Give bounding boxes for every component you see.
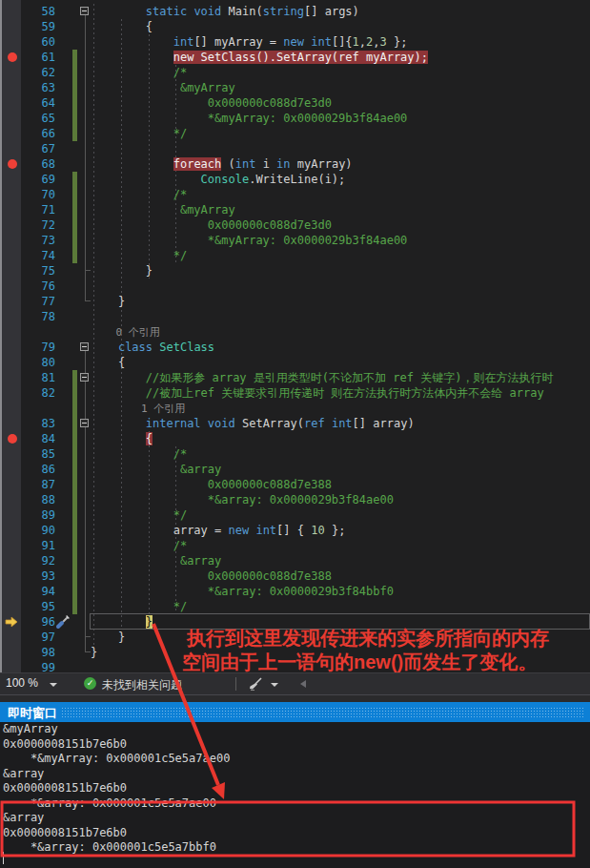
line-number: 64: [23, 95, 55, 111]
fold-collapse-icon[interactable]: [80, 373, 89, 382]
annotation-text-line1: 执行到这里发现传进来的实参所指向的内存: [187, 628, 549, 650]
line-number: 70: [23, 187, 55, 202]
code-line[interactable]: 59 {: [0, 19, 590, 34]
code-editor[interactable]: 58 static void Main(string[] args)59 {60…: [0, 0, 590, 672]
code-line[interactable]: 58 static void Main(string[] args): [0, 4, 590, 19]
code-line[interactable]: 93 0x000000c088d7e388: [0, 568, 590, 584]
breakpoint-dot-icon[interactable]: [8, 434, 17, 444]
code-line[interactable]: 95 */: [0, 599, 590, 614]
screwdriver-icon: [55, 614, 71, 630]
code-line[interactable]: 69 Console.WriteLine(i);: [0, 172, 590, 187]
breakpoint-dot-icon[interactable]: [8, 52, 17, 62]
code-line[interactable]: 66 */: [0, 126, 590, 141]
change-tracking-bar: [72, 50, 77, 65]
line-number: 72: [23, 217, 55, 233]
change-tracking-bar: [72, 385, 77, 401]
code-text: }: [91, 614, 153, 630]
code-lines[interactable]: 58 static void Main(string[] args)59 {60…: [0, 4, 590, 672]
code-line[interactable]: 83 internal void SetArray(ref int[] arra…: [0, 416, 590, 431]
triangle-left-icon[interactable]: [300, 680, 306, 688]
code-line[interactable]: 89 */: [0, 507, 590, 523]
code-line[interactable]: 80 {: [0, 355, 590, 370]
zoom-level-dropdown[interactable]: 100 %: [6, 676, 38, 690]
immediate-window[interactable]: 即时窗口 &myArray0x0000008151b7e6b0 *&myArra…: [0, 702, 590, 868]
change-tracking-bar: [72, 95, 77, 111]
code-line[interactable]: 81 //如果形参 array 是引用类型时(不论加不加 ref 关键字)，则在…: [0, 370, 590, 385]
line-number: 90: [23, 523, 55, 538]
line-number: 89: [23, 507, 55, 523]
code-line[interactable]: 78: [0, 309, 590, 324]
code-line[interactable]: 91 /*: [0, 538, 590, 553]
code-line[interactable]: 1 个引用: [0, 401, 590, 416]
code-line[interactable]: 76: [0, 279, 590, 294]
change-tracking-bar: [72, 599, 77, 614]
code-text: //被加上ref 关键要求引用传递时 则在方法执行时方法体内并不会给 array: [91, 385, 544, 401]
immediate-row: *&myArray: 0x000001c5e5a7ae00: [3, 752, 230, 766]
code-line[interactable]: 62 /*: [0, 65, 590, 80]
code-line[interactable]: 82 //被加上ref 关键要求引用传递时 则在方法执行时方法体内并不会给 ar…: [0, 385, 590, 401]
code-line[interactable]: 87 0x000000c088d7e388: [0, 477, 590, 492]
line-number: 83: [23, 416, 55, 431]
code-text: *&array: 0x0000029b3f84ae00: [91, 492, 394, 507]
document-health-text[interactable]: 未找到相关问题: [102, 677, 182, 693]
line-number: 61: [23, 50, 55, 65]
code-text: &myArray: [91, 202, 235, 217]
code-line[interactable]: 85 /*: [0, 446, 590, 462]
change-tracking-bar: [72, 202, 77, 217]
code-line[interactable]: 67: [0, 141, 590, 156]
yellow-arrow-icon: [5, 616, 18, 628]
code-line[interactable]: 65 *&myArray: 0x0000029b3f84ae00: [0, 111, 590, 126]
code-text: new SetClass().SetArray(ref myArray);: [91, 50, 428, 65]
code-text: */: [91, 126, 187, 141]
change-tracking-bar: [72, 462, 77, 477]
code-line[interactable]: 63 &myArray: [0, 80, 590, 95]
change-tracking-bar: [72, 538, 77, 553]
code-text: */: [91, 507, 187, 523]
code-line[interactable]: 70 /*: [0, 187, 590, 202]
code-line[interactable]: 86 &array: [0, 462, 590, 477]
line-number: 77: [23, 294, 55, 309]
pane-splitter[interactable]: [0, 694, 590, 702]
breakpoint-dot-icon[interactable]: [8, 159, 17, 169]
broom-icon[interactable]: [247, 676, 264, 692]
line-number: 78: [23, 309, 55, 324]
line-number: [23, 324, 55, 340]
code-line[interactable]: 94 *&array: 0x0000029b3f84bbf0: [0, 584, 590, 599]
chevron-down-icon[interactable]: [271, 683, 278, 687]
code-line[interactable]: 68 foreach (int i in myArray): [0, 156, 590, 172]
code-text: /*: [91, 538, 187, 553]
immediate-row: *&array: 0x000001c5e5a7ae00: [3, 796, 216, 811]
line-number: 66: [23, 126, 55, 141]
code-line[interactable]: 61 new SetClass().SetArray(ref myArray);: [0, 50, 590, 65]
text-cursor: [3, 852, 4, 864]
fold-collapse-icon[interactable]: [80, 419, 89, 427]
code-text: static void Main(string[] args): [91, 4, 359, 19]
line-number: 96: [23, 614, 55, 630]
code-line[interactable]: 77 }: [0, 294, 590, 309]
code-line[interactable]: 90 array = new int[] { 10 };: [0, 523, 590, 538]
code-line[interactable]: 92 &array: [0, 553, 590, 568]
code-line[interactable]: 84 {: [0, 431, 590, 446]
check-circle-icon[interactable]: ✓: [84, 677, 96, 690]
line-number: 74: [23, 248, 55, 263]
immediate-title-bar[interactable]: 即时窗口: [0, 702, 590, 722]
fold-collapse-icon[interactable]: [80, 7, 89, 15]
code-text: {: [91, 431, 153, 446]
code-line[interactable]: 64 0x000000c088d7e3d0: [0, 95, 590, 111]
change-tracking-bar: [72, 401, 77, 416]
code-text: 1 个引用: [91, 401, 185, 416]
line-number: 62: [23, 65, 55, 80]
code-line[interactable]: 73 *&myArray: 0x0000029b3f84ae00: [0, 233, 590, 248]
code-line[interactable]: 79 class SetClass: [0, 340, 590, 355]
titlebar-dot-pattern: [61, 707, 583, 717]
change-tracking-bar: [72, 523, 77, 538]
code-line[interactable]: 75 }: [0, 263, 590, 279]
code-line[interactable]: 72 0x000000c088d7e3d0: [0, 217, 590, 233]
code-line[interactable]: 0 个引用: [0, 324, 590, 340]
chevron-down-icon[interactable]: [50, 683, 57, 687]
code-line[interactable]: 60 int[] myArray = new int[]{1,2,3 };: [0, 34, 590, 50]
code-line[interactable]: 74 */: [0, 248, 590, 263]
code-line[interactable]: 88 *&array: 0x0000029b3f84ae00: [0, 492, 590, 507]
fold-collapse-icon[interactable]: [80, 342, 89, 351]
code-line[interactable]: 71 &myArray: [0, 202, 590, 217]
